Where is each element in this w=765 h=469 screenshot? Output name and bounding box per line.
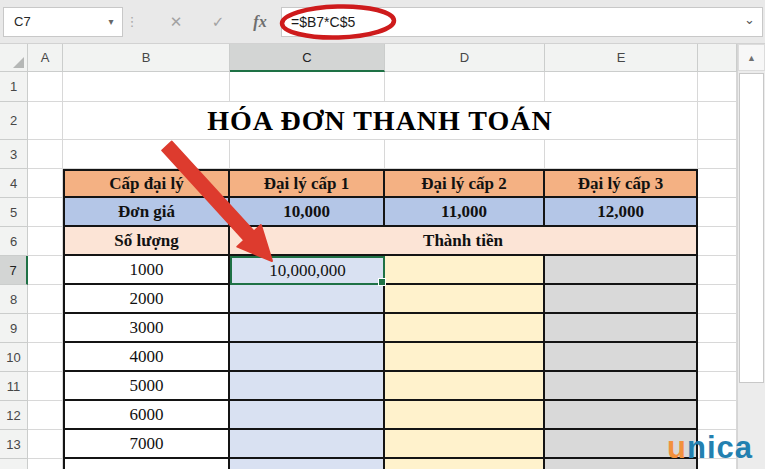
cell-a5[interactable] — [28, 198, 63, 227]
cell-a14[interactable] — [28, 459, 63, 469]
cell-d3[interactable] — [385, 140, 545, 169]
cell-b6[interactable]: Số lượng — [63, 227, 230, 256]
cell-a13[interactable] — [28, 430, 63, 459]
cell-a11[interactable] — [28, 372, 63, 401]
cell-c10[interactable] — [230, 343, 385, 372]
cell-f8[interactable] — [698, 285, 737, 314]
cell-f6[interactable] — [698, 227, 737, 256]
cell-b14[interactable] — [63, 459, 230, 469]
column-header-e[interactable]: E — [545, 44, 698, 72]
select-all-corner[interactable] — [0, 44, 28, 72]
cell-f5[interactable] — [698, 198, 737, 227]
cell-e5[interactable]: 12,000 — [545, 198, 698, 227]
cell-e7[interactable] — [545, 256, 698, 285]
row-header-1[interactable]: 1 — [0, 72, 28, 102]
cell-e3[interactable] — [545, 140, 698, 169]
cell-f3[interactable] — [698, 140, 737, 169]
cell-f7[interactable] — [698, 256, 737, 285]
cell-a4[interactable] — [28, 169, 63, 198]
cell-e11[interactable] — [545, 372, 698, 401]
cell-a2[interactable] — [28, 102, 63, 140]
column-header-a[interactable]: A — [28, 44, 63, 72]
row-header-10[interactable]: 10 — [0, 343, 28, 372]
cell-c6-e6-merged[interactable]: Thành tiền — [230, 227, 698, 256]
cell-b9[interactable]: 3000 — [63, 314, 230, 343]
cell-d14[interactable] — [385, 459, 545, 469]
cell-f9[interactable] — [698, 314, 737, 343]
cell-e4[interactable]: Đại lý cấp 3 — [545, 169, 698, 198]
cell-c3[interactable] — [230, 140, 385, 169]
cell-d5[interactable]: 11,000 — [385, 198, 545, 227]
cell-e10[interactable] — [545, 343, 698, 372]
cell-b8[interactable]: 2000 — [63, 285, 230, 314]
cell-c9[interactable] — [230, 314, 385, 343]
cell-e12[interactable] — [545, 401, 698, 430]
row-header-13[interactable]: 13 — [0, 430, 28, 459]
row-header-8[interactable]: 8 — [0, 285, 28, 314]
name-box[interactable]: C7 ▾ — [3, 7, 123, 37]
cell-c5[interactable]: 10,000 — [230, 198, 385, 227]
scrollbar-thumb[interactable] — [739, 73, 764, 383]
cell-d1[interactable] — [385, 72, 545, 102]
cell-c4[interactable]: Đại lý cấp 1 — [230, 169, 385, 198]
cell-d4[interactable]: Đại lý cấp 2 — [385, 169, 545, 198]
cell-b7[interactable]: 1000 — [63, 256, 230, 285]
cell-a6[interactable] — [28, 227, 63, 256]
expand-formula-bar-icon[interactable]: ⌄ — [744, 12, 755, 27]
cell-b4[interactable]: Cấp đại lý — [63, 169, 230, 198]
cell-b10[interactable]: 4000 — [63, 343, 230, 372]
row-header-9[interactable]: 9 — [0, 314, 28, 343]
invoice-title-cell[interactable]: HÓA ĐƠN THANH TOÁN — [63, 102, 698, 140]
vertical-scrollbar[interactable]: ▲ — [737, 44, 765, 469]
cell-c7-selected[interactable]: 10,000,000 — [230, 256, 385, 285]
cell-b5[interactable]: Đơn giá — [63, 198, 230, 227]
cell-a3[interactable] — [28, 140, 63, 169]
cell-b1[interactable] — [63, 72, 230, 102]
cell-d10[interactable] — [385, 343, 545, 372]
scroll-up-icon[interactable]: ▲ — [738, 44, 765, 71]
cell-c14[interactable] — [230, 459, 385, 469]
cell-a1[interactable] — [28, 72, 63, 102]
row-header-3[interactable]: 3 — [0, 140, 28, 169]
column-header-b[interactable]: B — [63, 44, 230, 72]
cell-d12[interactable] — [385, 401, 545, 430]
cell-e1[interactable] — [545, 72, 698, 102]
row-header-12[interactable]: 12 — [0, 401, 28, 430]
cell-c12[interactable] — [230, 401, 385, 430]
cell-e8[interactable] — [545, 285, 698, 314]
row-header-2[interactable]: 2 — [0, 102, 28, 140]
cell-a10[interactable] — [28, 343, 63, 372]
enter-icon[interactable]: ✓ — [197, 7, 239, 37]
cell-d13[interactable] — [385, 430, 545, 459]
insert-function-icon[interactable]: fx — [239, 7, 281, 37]
cell-f12[interactable] — [698, 401, 737, 430]
name-box-dropdown-icon[interactable]: ▾ — [100, 16, 122, 27]
row-header-14-partial[interactable] — [0, 459, 28, 469]
cell-d7[interactable] — [385, 256, 545, 285]
cell-b3[interactable] — [63, 140, 230, 169]
row-header-6[interactable]: 6 — [0, 227, 28, 256]
cell-f1[interactable] — [698, 72, 737, 102]
cell-a7[interactable] — [28, 256, 63, 285]
cell-f2[interactable] — [698, 102, 737, 140]
column-header-d[interactable]: D — [385, 44, 545, 72]
cell-c1[interactable] — [230, 72, 385, 102]
row-header-7[interactable]: 7 — [0, 256, 28, 285]
row-header-5[interactable]: 5 — [0, 198, 28, 227]
cell-b12[interactable]: 6000 — [63, 401, 230, 430]
cell-c11[interactable] — [230, 372, 385, 401]
cell-d8[interactable] — [385, 285, 545, 314]
cell-a8[interactable] — [28, 285, 63, 314]
cell-b11[interactable]: 5000 — [63, 372, 230, 401]
cell-d11[interactable] — [385, 372, 545, 401]
cell-f4[interactable] — [698, 169, 737, 198]
row-header-4[interactable]: 4 — [0, 169, 28, 198]
cell-f11[interactable] — [698, 372, 737, 401]
column-header-f-partial[interactable] — [698, 44, 737, 72]
cancel-icon[interactable]: ✕ — [155, 7, 197, 37]
cell-f10[interactable] — [698, 343, 737, 372]
cell-b13[interactable]: 7000 — [63, 430, 230, 459]
row-header-11[interactable]: 11 — [0, 372, 28, 401]
cell-c8[interactable] — [230, 285, 385, 314]
cell-d9[interactable] — [385, 314, 545, 343]
